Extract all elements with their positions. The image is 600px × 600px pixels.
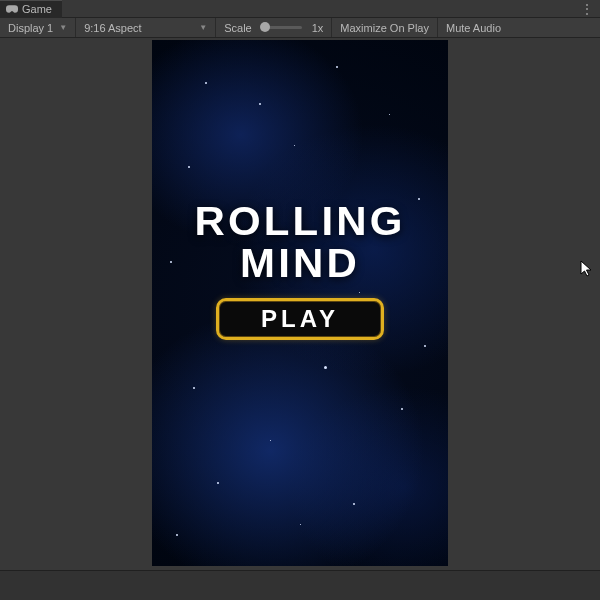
aspect-label: 9:16 Aspect (84, 22, 142, 34)
game-toolbar: Display 1 ▼ 9:16 Aspect ▼ Scale 1x Maxim… (0, 18, 600, 38)
maximize-on-play-toggle[interactable]: Maximize On Play (332, 18, 438, 37)
maximize-label: Maximize On Play (340, 22, 429, 34)
mute-audio-label: Mute Audio (446, 22, 501, 34)
bottom-panel-strip (0, 570, 600, 600)
chevron-down-icon: ▼ (59, 23, 67, 32)
scale-control[interactable]: Scale 1x (216, 18, 332, 37)
title-line-1: ROLLING (152, 200, 448, 242)
scale-label: Scale (224, 22, 252, 34)
game-viewport: ROLLING MIND PLAY (0, 38, 600, 600)
scale-value: 1x (312, 22, 324, 34)
title-line-2: MIND (152, 242, 448, 284)
gamepad-icon (6, 4, 18, 14)
mute-audio-toggle[interactable]: Mute Audio (438, 18, 509, 37)
tab-menu-icon[interactable]: ⋮ (580, 1, 600, 17)
game-title: ROLLING MIND (152, 200, 448, 284)
chevron-down-icon: ▼ (199, 23, 207, 32)
aspect-dropdown[interactable]: 9:16 Aspect ▼ (76, 18, 216, 37)
tab-game[interactable]: Game (0, 0, 62, 18)
play-button[interactable]: PLAY (216, 298, 384, 340)
tab-label: Game (22, 3, 52, 15)
display-label: Display 1 (8, 22, 53, 34)
play-button-label: PLAY (261, 305, 339, 333)
display-dropdown[interactable]: Display 1 ▼ (0, 18, 76, 37)
slider-thumb[interactable] (260, 22, 270, 32)
scale-slider[interactable] (262, 26, 302, 29)
tab-bar: Game ⋮ (0, 0, 600, 18)
game-render-area[interactable]: ROLLING MIND PLAY (152, 40, 448, 566)
